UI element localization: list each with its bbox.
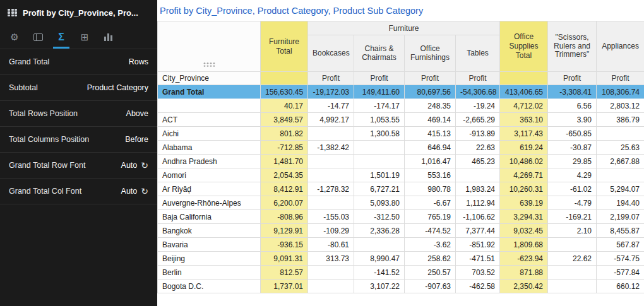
setting-total-columns-position[interactable]: Total Columns PositionBefore — [0, 127, 157, 153]
column-header-office-furnishings[interactable]: Office Furnishings — [405, 35, 456, 72]
value-cell: -574.75 — [597, 252, 644, 266]
value-cell: -6.67 — [405, 196, 456, 210]
setting-label: Subtotal — [9, 83, 38, 92]
value-cell: -650.85 — [548, 127, 597, 141]
value-cell: 639.19 — [500, 196, 548, 210]
column-header-office-supplies-total[interactable]: Office Supplies Total — [500, 21, 548, 72]
value-cell — [548, 280, 597, 293]
column-group-furniture[interactable]: Furniture — [308, 21, 500, 35]
drag-handle-icon[interactable] — [203, 62, 215, 67]
value-cell: 1,112.94 — [456, 196, 500, 210]
setting-value[interactable]: Auto↻ — [121, 161, 148, 170]
column-header-scissors-rulers-and-trimmers[interactable]: "Scissors, Rulers and Trimmers" — [548, 21, 597, 72]
setting-subtotal[interactable]: SubtotalProduct Category — [0, 75, 157, 101]
grand-total-value-cell: 156,630.45 — [261, 85, 308, 99]
settings-list: Grand TotalRowsSubtotalProduct CategoryT… — [0, 49, 157, 204]
measure-header-profit[interactable]: Profit — [308, 72, 354, 85]
setting-value[interactable]: Before — [125, 135, 148, 144]
column-header-appliances[interactable]: Appliances — [597, 21, 644, 72]
value-cell: 871.88 — [500, 266, 548, 280]
grand-total-value-cell: 413,406.65 — [500, 85, 548, 99]
grid-icon[interactable]: ⊞ — [76, 25, 93, 49]
value-cell: 660.12 — [597, 280, 644, 293]
value-cell: 5,093.80 — [354, 196, 405, 210]
value-cell: 2,199.07 — [597, 210, 644, 224]
value-cell: 6,727.21 — [354, 182, 405, 196]
value-cell: -3.62 — [405, 238, 456, 252]
setting-value[interactable]: Product Category — [87, 83, 148, 92]
column-header-furniture-total[interactable]: Furniture Total — [261, 21, 308, 72]
value-cell: 6.56 — [548, 99, 597, 113]
grand-total-value-cell: -54,306.68 — [456, 85, 500, 99]
value-cell: 4,269.71 — [500, 168, 548, 182]
settings-icon[interactable]: ⚙ — [6, 25, 23, 49]
value-cell: 3,294.31 — [500, 210, 548, 224]
value-cell: -907.63 — [405, 280, 456, 293]
value-cell: 1,300.58 — [354, 127, 405, 141]
value-cell: 4.29 — [548, 168, 597, 182]
value-cell: -141.52 — [354, 266, 405, 280]
city-cell: Bavaria — [158, 238, 261, 252]
row-dimension-header[interactable]: City_Province — [158, 72, 261, 85]
value-cell: 7,377.44 — [456, 224, 500, 238]
setting-value[interactable]: Rows — [129, 57, 148, 66]
value-cell: 3,849.57 — [261, 113, 308, 127]
value-cell: -14.77 — [308, 99, 354, 113]
value-cell: 1,481.70 — [261, 155, 308, 168]
value-cell: -80.61 — [308, 238, 354, 252]
city-cell: Beijing — [158, 252, 261, 266]
setting-grand-total[interactable]: Grand TotalRows — [0, 49, 157, 75]
value-cell: 10,486.02 — [500, 155, 548, 168]
column-header-tables[interactable]: Tables — [456, 35, 500, 72]
refresh-icon[interactable]: ↻ — [141, 161, 148, 170]
value-cell: 619.24 — [500, 141, 548, 155]
value-cell: 8,455.87 — [597, 224, 644, 238]
city-cell: Ar Riyāḑ — [158, 182, 261, 196]
value-cell: 22.62 — [548, 252, 597, 266]
value-cell: 29.85 — [548, 155, 597, 168]
column-header-chairs-chairmats[interactable]: Chairs & Chairmats — [354, 35, 405, 72]
value-cell: 765.19 — [405, 210, 456, 224]
value-cell: 10,260.31 — [500, 182, 548, 196]
measure-header-profit[interactable]: Profit — [456, 72, 500, 85]
value-cell: 1,809.68 — [500, 238, 548, 252]
setting-total-rows-position[interactable]: Total Rows PositionAbove — [0, 101, 157, 127]
measure-header-profit[interactable]: Profit — [354, 72, 405, 85]
grand-total-row: Grand Total156,630.45-19,172.03149,411.6… — [158, 85, 644, 99]
panel-title: Profit by City_Province, Pro... — [23, 8, 138, 18]
value-cell: 25.63 — [597, 141, 644, 155]
setting-grand-total-row-font[interactable]: Grand Total Row FontAuto↻ — [0, 153, 157, 179]
grand-total-value-cell: 80,697.56 — [405, 85, 456, 99]
setting-label: Total Rows Position — [9, 109, 78, 118]
value-cell: 812.57 — [261, 266, 308, 280]
pivot-table-wrap: Furniture TotalFurnitureOffice Supplies … — [157, 21, 644, 293]
layout-rect-icon — [33, 33, 43, 41]
setting-label: Total Columns Position — [9, 135, 89, 144]
grand-total-value-cell: 149,411.60 — [354, 85, 405, 99]
table-row-ar-riy: Ar Riyāḑ8,412.91-1,278.326,727.21980.781… — [158, 182, 644, 196]
setting-value[interactable]: Auto↻ — [121, 187, 148, 196]
measure-header-blank — [261, 72, 308, 85]
value-cell — [548, 266, 597, 280]
measure-header-profit[interactable]: Profit — [548, 72, 597, 85]
value-cell — [354, 141, 405, 155]
table-row-blank: 40.17-14.77-174.17248.35-19.244,712.026.… — [158, 99, 644, 113]
value-cell: -1,278.32 — [308, 182, 354, 196]
value-cell — [597, 168, 644, 182]
chart-icon[interactable] — [100, 25, 116, 49]
value-cell: -30.87 — [548, 141, 597, 155]
setting-grand-total-col-font[interactable]: Grand Total Col FontAuto↻ — [0, 179, 157, 204]
table-row-berlin: Berlin812.57-141.52250.57703.52871.88-57… — [158, 266, 644, 280]
setting-value[interactable]: Above — [126, 109, 148, 118]
value-cell: -19.24 — [456, 99, 500, 113]
column-header-bookcases[interactable]: Bookcases — [308, 35, 354, 72]
layout-icon[interactable] — [30, 25, 46, 49]
sigma-icon[interactable]: Σ — [53, 25, 69, 49]
refresh-icon[interactable]: ↻ — [141, 187, 148, 196]
measure-header-profit[interactable]: Profit — [597, 72, 644, 85]
table-row-beijing: Beijing9,091.31313.738,990.47258.62-471.… — [158, 252, 644, 266]
city-cell: ACT — [158, 113, 261, 127]
grand-total-label: Grand Total — [158, 85, 261, 99]
measure-header-profit[interactable]: Profit — [405, 72, 456, 85]
main-content: Profit by City_Province, Product Categor… — [157, 0, 644, 306]
